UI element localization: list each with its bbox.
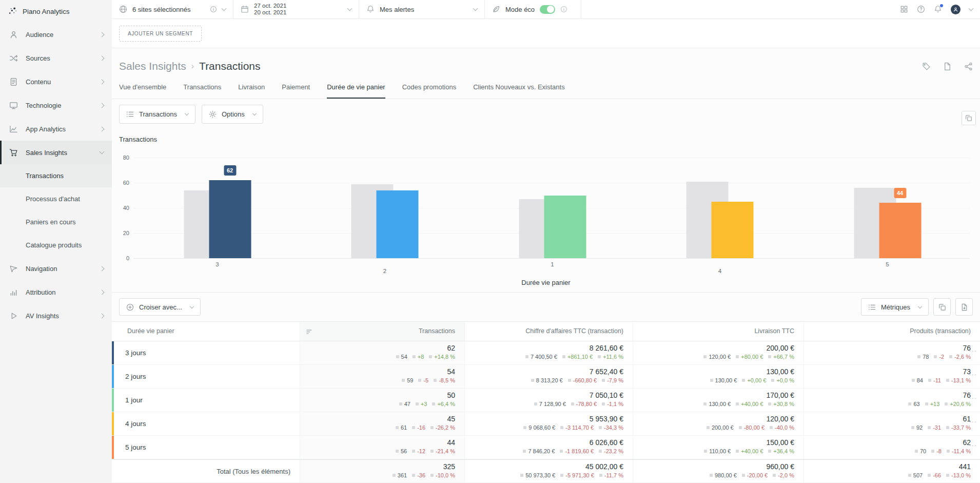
user-avatar[interactable] xyxy=(951,5,961,14)
row-menu-button[interactable]: ... xyxy=(969,393,977,400)
change-percent: +36,4 % xyxy=(768,448,794,454)
sidebar-subitem-paniers-en-cours[interactable]: Paniers en cours xyxy=(0,210,112,234)
sidebar-item-audience[interactable]: Audience xyxy=(0,23,112,46)
change-value: +40,00 € xyxy=(736,401,763,407)
previous-value: 61 xyxy=(396,424,407,431)
sidebar-item-technologie[interactable]: Technologie xyxy=(0,93,112,117)
tab-paiement[interactable]: Paiement xyxy=(282,82,310,99)
comparison-line: 63+13+20,6 % xyxy=(804,401,971,407)
legend-square-icon xyxy=(768,450,771,453)
metric-cell: 7384-11-13,1 % xyxy=(803,365,980,388)
calendar-icon xyxy=(241,5,249,13)
notifications-bell-icon[interactable] xyxy=(934,5,942,13)
table-row[interactable]: 1 jour5047+3+6,4 %7 050,10 €7 128,90 €-7… xyxy=(112,389,980,412)
attribution-icon xyxy=(9,288,18,297)
eco-mode-toggle[interactable] xyxy=(540,5,555,14)
date-range: 27 oct. 2021 20 oct. 2021 xyxy=(254,3,286,16)
info-icon[interactable] xyxy=(560,6,567,13)
sidebar-item-av-insights[interactable]: AV Insights xyxy=(0,304,112,327)
sidebar-subitem-catalogue-produits[interactable]: Catalogue produits xyxy=(0,234,112,257)
tab-codes-promotions[interactable]: Codes promotions xyxy=(402,82,457,99)
x-axis-label: 2 xyxy=(383,268,386,274)
metric-value: 441 xyxy=(804,462,971,471)
sidebar-item-contenu[interactable]: Contenu xyxy=(0,70,112,93)
comparison-line: 980,00 €-20,00 €-2,0 % xyxy=(633,472,794,478)
share-icon[interactable] xyxy=(964,62,973,71)
metric-cell: 8 261,60 €7 400,50 €+861,10 €+11,6 % xyxy=(464,341,633,364)
change-percent: +20,6 % xyxy=(945,401,971,407)
current-period-bar[interactable] xyxy=(377,190,419,258)
sidebar-item-sources[interactable]: Sources xyxy=(0,46,112,70)
tab-livraison[interactable]: Livraison xyxy=(238,82,265,99)
comparison-line: 7 400,50 €+861,10 €+11,6 % xyxy=(465,354,623,360)
add-segment-button[interactable]: AJOUTER UN SEGMENT xyxy=(119,26,202,42)
column-header-chiffre-affaires[interactable]: Chiffre d'affaires TTC (transaction) xyxy=(464,322,633,341)
current-period-bar[interactable] xyxy=(712,202,754,258)
site-selector[interactable]: 6 sites sélectionnés xyxy=(112,0,233,18)
metric-cell: 45 002,00 €50 973,30 €-5 971,30 €-11,7 % xyxy=(464,460,633,482)
bar-value-badge: 44 xyxy=(894,188,906,198)
sidebar-item-attribution[interactable]: Attribution xyxy=(0,280,112,304)
date-range-picker[interactable]: 27 oct. 2021 20 oct. 2021 xyxy=(233,0,359,18)
table-row[interactable]: 5 jours4456-12-21,4 %6 026,60 €7 846,20 … xyxy=(112,436,980,459)
tab-clients-nouveaux-vs-existants[interactable]: Clients Nouveaux vs. Existants xyxy=(473,82,564,99)
row-menu-button[interactable]: ... xyxy=(969,440,977,448)
options-dropdown[interactable]: Options xyxy=(202,105,263,124)
cross-with-dropdown[interactable]: Croiser avec... xyxy=(119,298,201,316)
current-period-bar[interactable] xyxy=(209,180,251,258)
site-selector-label: 6 sites sélectionnés xyxy=(132,6,190,13)
current-period-bar[interactable] xyxy=(544,196,586,259)
row-menu-button[interactable]: ... xyxy=(969,369,977,377)
legend-square-icon xyxy=(915,450,918,453)
sidebar-item-label: Attribution xyxy=(26,288,56,296)
tab-vue-densemble[interactable]: Vue d'ensemble xyxy=(119,82,166,99)
user-menu-chevron-icon[interactable] xyxy=(969,6,974,11)
legend-square-icon xyxy=(430,426,434,429)
metric-value: 45 002,00 € xyxy=(465,462,623,471)
previous-value: 56 xyxy=(396,448,407,454)
export-table-button[interactable] xyxy=(955,298,973,316)
legend-square-icon xyxy=(560,426,563,429)
column-header-label: Transactions xyxy=(419,327,455,335)
copy-chart-button[interactable] xyxy=(962,111,976,125)
legend-square-icon xyxy=(912,379,915,382)
legend-square-icon xyxy=(534,402,537,405)
column-header-livraison[interactable]: Livraison TTC xyxy=(633,322,803,341)
column-header-transactions[interactable]: Transactions xyxy=(300,322,464,341)
breadcrumb-section[interactable]: Sales Insights xyxy=(119,60,186,72)
change-percent: +30,8 % xyxy=(768,401,794,407)
comparison-line: 361-36-10,0 % xyxy=(300,472,455,478)
chart: 0204060806244 32145 xyxy=(112,158,980,276)
table-row[interactable]: 4 jours4561-16-26,2 %5 953,90 €9 068,60 … xyxy=(112,412,980,436)
column-header-produits[interactable]: Produits (transaction) xyxy=(803,322,980,341)
sidebar-item-navigation[interactable]: Navigation xyxy=(0,257,112,280)
info-icon[interactable] xyxy=(210,6,217,13)
row-menu-button[interactable]: ... xyxy=(969,345,977,353)
alerts-selector[interactable]: Mes alertes xyxy=(359,0,485,18)
dimension-dropdown[interactable]: Transactions xyxy=(119,105,195,124)
export-file-icon[interactable] xyxy=(943,62,952,71)
change-value: +861,10 € xyxy=(562,354,593,360)
table-row[interactable]: 3 jours6254+8+14,8 %8 261,60 €7 400,50 €… xyxy=(112,341,980,365)
apps-grid-icon[interactable] xyxy=(900,5,908,13)
bookmark-icon[interactable] xyxy=(922,62,931,71)
table-row[interactable]: 2 jours5459-5-8,5 %7 652,40 €8 313,20 €-… xyxy=(112,365,980,389)
current-period-bar[interactable] xyxy=(879,203,921,258)
sidebar-subitem-processus-achat[interactable]: Processus d'achat xyxy=(0,187,112,210)
metrics-dropdown[interactable]: Métriques xyxy=(861,298,929,316)
tab-transactions[interactable]: Transactions xyxy=(183,82,221,99)
copy-table-button[interactable] xyxy=(933,298,951,316)
help-icon[interactable] xyxy=(917,5,925,13)
sidebar-item-sales-insights[interactable]: Sales Insights xyxy=(0,141,112,164)
sidebar-item-app-analytics[interactable]: App Analytics xyxy=(0,117,112,141)
comparison-line: 84-11-13,1 % xyxy=(804,377,971,383)
change-percent: -23,2 % xyxy=(599,448,623,454)
row-menu-button[interactable]: ... xyxy=(969,416,977,424)
sidebar-subitem-transactions[interactable]: Transactions xyxy=(0,164,112,187)
main-area: 6 sites sélectionnés 27 oct. 2021 20 oct… xyxy=(112,0,980,483)
column-header-duree-vie-panier[interactable]: Durée vie panier xyxy=(112,322,300,341)
tab-duree-de-vie-panier[interactable]: Durée de vie panier xyxy=(327,82,385,99)
row-accent xyxy=(112,365,114,388)
change-percent: -7,9 % xyxy=(602,377,623,383)
metric-value: 325 xyxy=(300,462,455,471)
